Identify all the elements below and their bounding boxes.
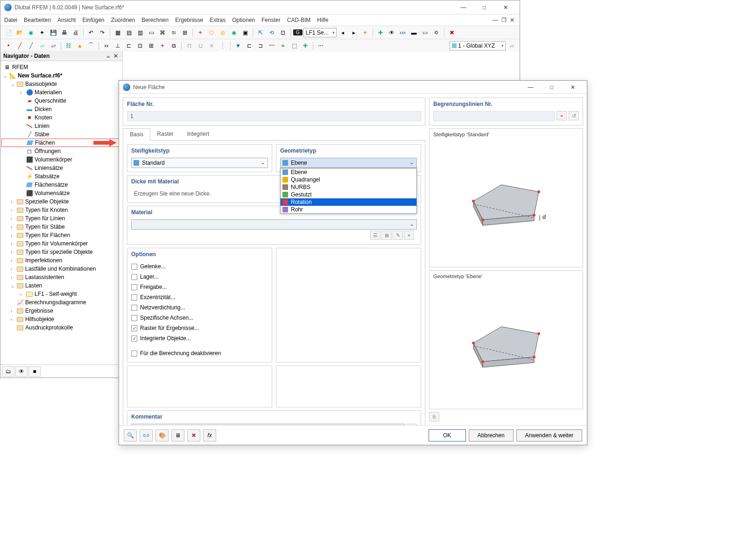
- display-button-icon[interactable]: 🖥: [171, 429, 184, 441]
- option-row[interactable]: Netzverdichtung...: [131, 302, 268, 313]
- grid-icon[interactable]: ⊞: [180, 28, 190, 38]
- menu-item[interactable]: Optionen: [232, 17, 255, 23]
- geom-option[interactable]: Rohr: [281, 206, 416, 213]
- tree-item[interactable]: ›Hilfsobjekte: [1, 315, 121, 323]
- saveall-icon[interactable]: 🖶: [59, 28, 70, 38]
- member-tool-icon[interactable]: ╱: [26, 41, 36, 51]
- redo-icon[interactable]: ↷: [97, 28, 107, 38]
- load1-icon[interactable]: ⊓: [184, 41, 194, 51]
- rotate-icon[interactable]: ⟲: [267, 28, 277, 38]
- print-icon[interactable]: 🖨: [70, 28, 81, 38]
- tree-item[interactable]: ›Typen für Flächen: [1, 231, 121, 239]
- tree-item[interactable]: Flächensätze: [1, 181, 121, 189]
- checkbox[interactable]: [131, 294, 137, 301]
- dialog-close-button[interactable]: ✕: [562, 81, 583, 94]
- tree-item[interactable]: ⬛Volumensätze: [1, 189, 121, 197]
- help-icon[interactable]: ✖: [447, 28, 457, 38]
- tree-item[interactable]: ◻Öffnungen: [1, 147, 121, 155]
- move-icon[interactable]: ⇱: [255, 28, 266, 38]
- table-icon[interactable]: ▦: [113, 28, 123, 38]
- steif-dropdown[interactable]: Standard: [131, 158, 268, 168]
- find-icon[interactable]: ◎: [218, 28, 228, 38]
- tree-item[interactable]: ›Typen für Linien: [1, 214, 121, 223]
- geom-option[interactable]: Rotation: [281, 198, 416, 206]
- zoom-icon[interactable]: ⊡: [278, 28, 288, 38]
- tree-item[interactable]: ›Imperfektionen: [1, 256, 121, 265]
- view2-icon[interactable]: 👁: [387, 28, 397, 38]
- mdi-close-icon[interactable]: ✕: [508, 17, 516, 23]
- apply-button[interactable]: Anwenden & weiter: [516, 429, 582, 441]
- plane-icon[interactable]: ▱: [507, 41, 517, 51]
- option-row[interactable]: Gelenke...: [131, 261, 268, 272]
- node-tool-icon[interactable]: •: [3, 41, 14, 51]
- help-button-icon[interactable]: 🔍: [124, 429, 137, 441]
- lc-prev-icon[interactable]: ◂: [338, 28, 348, 38]
- tree-item[interactable]: ⬛Volumenkörper: [1, 155, 121, 164]
- tab-raster[interactable]: Raster: [150, 128, 180, 140]
- load2-icon[interactable]: ⊔: [195, 41, 205, 51]
- ok-button[interactable]: OK: [429, 429, 466, 441]
- tab-integriert[interactable]: Integriert: [181, 128, 216, 140]
- option-row[interactable]: Exzentrizität...: [131, 292, 268, 302]
- tree-item[interactable]: ›Lastassistenten: [1, 273, 121, 281]
- option-row[interactable]: Raster für Ergebnisse...: [131, 323, 268, 333]
- tree-item[interactable]: ›Ergebnisse: [1, 307, 121, 315]
- table2-icon[interactable]: ▤: [124, 28, 134, 38]
- tree-lf1[interactable]: ›LF1 - Self-weight: [1, 290, 121, 298]
- tree-item[interactable]: ⚡Stabsätze: [1, 172, 121, 181]
- lc-star-icon[interactable]: ✦: [360, 28, 370, 38]
- material-dropdown[interactable]: [131, 219, 417, 230]
- frame-icon[interactable]: ⛓: [63, 41, 74, 51]
- truss-icon[interactable]: ▲: [75, 41, 85, 51]
- menu-item[interactable]: Ergebnisse: [175, 17, 203, 23]
- nav-view-icon[interactable]: 👁: [15, 366, 28, 377]
- option-row[interactable]: Spezifische Achsen...: [131, 313, 268, 323]
- tree-item[interactable]: ›Lastfälle und Kombinationen: [1, 265, 121, 273]
- menu-item[interactable]: Ansicht: [57, 17, 76, 23]
- option-row[interactable]: Freigabe...: [131, 282, 268, 292]
- preview-copy-icon[interactable]: ⎘: [429, 412, 439, 421]
- more-icon[interactable]: ⋯: [316, 41, 326, 51]
- option-row[interactable]: Integrierte Objekte...: [131, 333, 268, 343]
- menu-item[interactable]: Hilfe: [317, 17, 328, 23]
- open-icon[interactable]: 📂: [14, 28, 25, 38]
- tree-item[interactable]: Linien: [1, 122, 121, 130]
- menu-item[interactable]: Fenster: [261, 17, 281, 23]
- tree-item[interactable]: ╱Stäbe: [1, 130, 121, 139]
- checkbox[interactable]: [131, 325, 137, 331]
- tree-item[interactable]: ▰Querschnitte: [1, 97, 121, 105]
- support-icon[interactable]: xx: [101, 41, 112, 51]
- opening-tool-icon[interactable]: ▱: [48, 41, 58, 51]
- menu-item[interactable]: Einfügen: [82, 17, 104, 23]
- menu-item[interactable]: Zuordnen: [111, 17, 135, 23]
- tree-item[interactable]: ›🔵Materialien: [1, 88, 121, 97]
- workplane-combo[interactable]: 1 - Global XYZ: [450, 41, 506, 50]
- wire-icon[interactable]: ▭: [420, 28, 430, 38]
- geom-option[interactable]: Quadrangel: [281, 176, 416, 183]
- menu-item[interactable]: CAD-BIM: [287, 17, 311, 23]
- console-icon[interactable]: ⌘: [157, 28, 168, 38]
- tree-item[interactable]: ›Typen für Volumenkörper: [1, 239, 121, 248]
- function-button-icon[interactable]: fx: [203, 429, 216, 441]
- menu-item[interactable]: Bearbeiten: [24, 17, 51, 23]
- release-icon[interactable]: ⊏: [124, 41, 134, 51]
- colors-button-icon[interactable]: 🎨: [155, 429, 169, 441]
- panel-close-icon[interactable]: ✕: [112, 53, 120, 59]
- checkbox[interactable]: [131, 350, 137, 357]
- hinge-icon[interactable]: ⊥: [113, 41, 123, 51]
- mat-lib-icon[interactable]: ☰: [370, 231, 381, 240]
- checkbox[interactable]: [131, 305, 137, 311]
- rigid-icon[interactable]: ⊡: [135, 41, 145, 51]
- tree-basis[interactable]: ⌄Basisobjekte: [1, 80, 121, 88]
- menu-item[interactable]: Berechnen: [141, 17, 169, 23]
- units-button-icon[interactable]: 0.0: [140, 429, 153, 441]
- option-row[interactable]: Lager...: [131, 272, 268, 282]
- script-icon[interactable]: ▭: [146, 28, 156, 38]
- mesh-icon[interactable]: ✦: [157, 41, 168, 51]
- lc-next-icon[interactable]: ▸: [349, 28, 359, 38]
- pick-lines-icon[interactable]: ⌖: [557, 111, 567, 120]
- geom-option[interactable]: NURBS: [281, 183, 416, 191]
- checkbox[interactable]: [131, 315, 137, 321]
- iso-icon[interactable]: 〰: [267, 41, 277, 51]
- cancel-button[interactable]: Abbrechen: [469, 429, 514, 441]
